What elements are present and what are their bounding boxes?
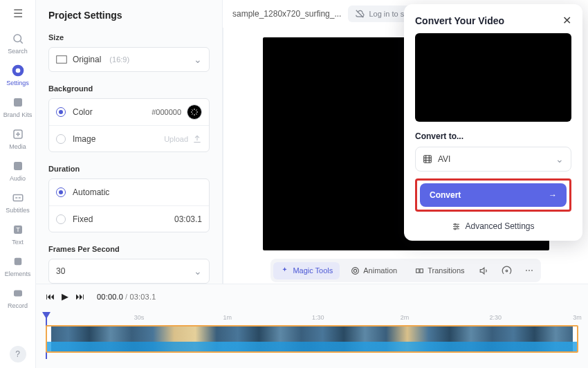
background-color-row[interactable]: Color #000000 bbox=[49, 99, 209, 125]
color-swatch[interactable] bbox=[187, 104, 202, 120]
svg-text:T: T bbox=[16, 226, 20, 233]
magic-tools-button[interactable]: Magic Tools bbox=[273, 262, 340, 279]
image-option-label: Image bbox=[73, 134, 95, 144]
animation-button[interactable]: Animation bbox=[344, 262, 404, 279]
video-track[interactable] bbox=[46, 325, 578, 353]
upload-icon bbox=[192, 134, 202, 144]
sidebar-item-record[interactable]: Record bbox=[1, 282, 35, 312]
advanced-settings-link[interactable]: Advanced Settings bbox=[415, 221, 571, 231]
transitions-icon bbox=[415, 266, 424, 275]
sidebar-label: Search bbox=[8, 48, 28, 55]
convert-button-label: Convert bbox=[430, 190, 461, 200]
help-button[interactable]: ? bbox=[10, 346, 26, 362]
filename[interactable]: sample_1280x720_surfing_... bbox=[232, 9, 341, 19]
size-label: Size bbox=[48, 33, 210, 42]
svg-rect-8 bbox=[13, 195, 23, 201]
sidebar-item-settings[interactable]: Settings bbox=[1, 59, 35, 89]
transitions-button[interactable]: Transitions bbox=[408, 262, 471, 279]
current-time: 00:00.0 bbox=[97, 293, 123, 301]
chevron-down-icon: ⌄ bbox=[194, 54, 202, 65]
convert-modal: Convert Your Video ✕ Convert to... AVI ⌄… bbox=[404, 4, 582, 241]
ruler-tick: 2m bbox=[401, 314, 410, 321]
sidebar-item-media[interactable]: Media bbox=[1, 122, 35, 153]
radio-unchecked-icon bbox=[56, 134, 66, 144]
svg-point-30 bbox=[457, 226, 458, 227]
background-label: Background bbox=[48, 84, 210, 93]
convert-button[interactable]: Convert → bbox=[420, 183, 567, 207]
size-dropdown[interactable]: Original (16:9) ⌄ bbox=[48, 47, 210, 72]
fixed-label: Fixed bbox=[73, 214, 93, 224]
ruler-tick: 3m bbox=[573, 314, 582, 321]
menu-icon[interactable]: ☰ bbox=[13, 4, 23, 26]
sidebar-item-elements[interactable]: Elements bbox=[1, 250, 35, 280]
animation-icon bbox=[351, 266, 360, 275]
radio-checked-icon bbox=[56, 107, 66, 117]
ruler-tick: 30s bbox=[134, 314, 145, 321]
svg-rect-20 bbox=[420, 268, 423, 272]
duration-label: Duration bbox=[48, 165, 210, 173]
sidebar: ☰ Search Settings Brand Kits Media Audio… bbox=[0, 0, 36, 368]
fps-label: Frames Per Second bbox=[48, 245, 210, 253]
more-button[interactable]: ⋯ bbox=[520, 261, 538, 279]
tool-label: Magic Tools bbox=[293, 266, 333, 275]
volume-button[interactable] bbox=[476, 261, 494, 279]
sidebar-label: Brand Kits bbox=[3, 111, 33, 118]
subtitles-icon bbox=[10, 190, 26, 205]
sidebar-label: Text bbox=[12, 239, 24, 246]
arrow-right-icon: → bbox=[549, 190, 557, 200]
size-aspect: (16:9) bbox=[109, 55, 129, 64]
convert-to-label: Convert to... bbox=[415, 131, 571, 141]
speed-button[interactable] bbox=[498, 261, 516, 279]
sidebar-label: Record bbox=[8, 302, 28, 309]
music-icon bbox=[10, 158, 26, 174]
svg-line-1 bbox=[20, 41, 22, 43]
svg-point-31 bbox=[454, 228, 456, 229]
format-value: AVI bbox=[438, 154, 450, 164]
settings-panel: Project Settings Size Original (16:9) ⌄ … bbox=[36, 0, 223, 284]
cloud-off-icon bbox=[355, 9, 365, 19]
svg-rect-21 bbox=[424, 156, 432, 163]
panel-title: Project Settings bbox=[48, 10, 210, 21]
close-icon[interactable]: ✕ bbox=[562, 15, 571, 26]
skip-forward-button[interactable]: ⏭ bbox=[75, 291, 84, 302]
sidebar-label: Subtitles bbox=[6, 207, 30, 214]
sidebar-item-subtitles[interactable]: Subtitles bbox=[1, 186, 35, 217]
svg-rect-15 bbox=[57, 56, 67, 64]
duration-automatic-row[interactable]: Automatic bbox=[49, 179, 209, 205]
play-button[interactable]: ▶ bbox=[62, 291, 68, 302]
svg-rect-7 bbox=[14, 162, 22, 170]
format-dropdown[interactable]: AVI ⌄ bbox=[415, 147, 571, 172]
svg-rect-3 bbox=[14, 98, 22, 107]
trim-handle-left[interactable] bbox=[47, 326, 51, 351]
sidebar-item-audio[interactable]: Audio bbox=[1, 154, 35, 185]
sidebar-label: Media bbox=[9, 143, 26, 150]
duration-fixed-row[interactable]: Fixed 03:03.1 bbox=[49, 205, 209, 232]
svg-point-0 bbox=[14, 35, 21, 42]
sidebar-item-search[interactable]: Search bbox=[1, 27, 35, 57]
playback-controls: ⏮ ▶ ⏭ 00:00.0/03:03.1 bbox=[36, 284, 588, 309]
trim-handle-right[interactable] bbox=[573, 326, 577, 351]
modal-title: Convert Your Video bbox=[415, 15, 504, 26]
radio-unchecked-icon bbox=[56, 214, 66, 224]
svg-rect-19 bbox=[416, 268, 419, 272]
sidebar-item-brandkits[interactable]: Brand Kits bbox=[1, 91, 35, 121]
size-value: Original bbox=[73, 55, 101, 64]
ruler-tick: 1:30 bbox=[312, 314, 324, 321]
advanced-label: Advanced Settings bbox=[465, 221, 534, 231]
plus-icon bbox=[10, 127, 26, 142]
skip-back-button[interactable]: ⏮ bbox=[46, 291, 55, 302]
palette-icon bbox=[10, 95, 26, 110]
upload-label: Upload bbox=[164, 135, 188, 143]
sidebar-item-text[interactable]: T Text bbox=[1, 218, 35, 248]
automatic-label: Automatic bbox=[73, 187, 109, 197]
ruler[interactable]: 30s 1m 1:30 2m 2:30 3m bbox=[46, 309, 578, 321]
svg-point-18 bbox=[352, 267, 359, 274]
gear-icon bbox=[10, 63, 26, 78]
svg-rect-13 bbox=[14, 258, 21, 266]
timeline: ⏮ ▶ ⏭ 00:00.0/03:03.1 30s 1m 1:30 2m 2:3… bbox=[36, 284, 588, 368]
ruler-tick: 1m bbox=[223, 314, 232, 321]
fps-dropdown[interactable]: 30 ⌄ bbox=[48, 259, 210, 284]
duration-time: 03:03.1 bbox=[129, 293, 156, 301]
background-image-row[interactable]: Image Upload bbox=[49, 125, 209, 151]
svg-point-2 bbox=[16, 69, 19, 73]
